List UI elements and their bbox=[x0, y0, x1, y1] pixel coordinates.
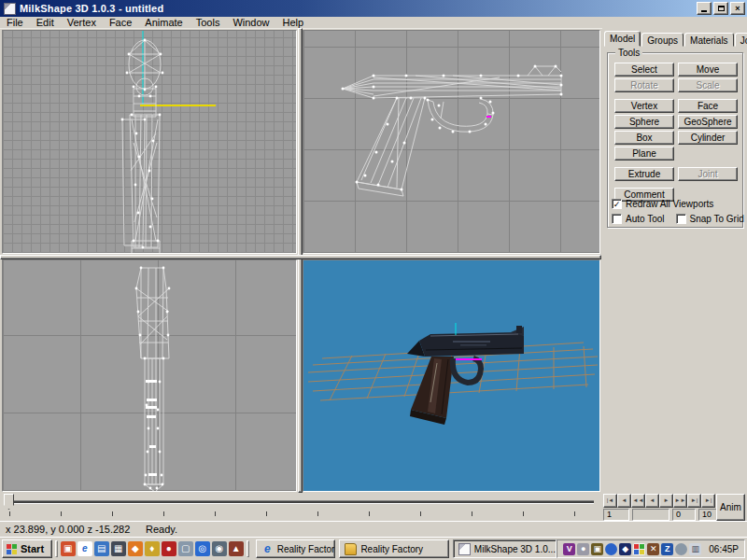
rewind-button[interactable]: ◄◄ bbox=[631, 494, 645, 508]
viewport-top[interactable] bbox=[2, 259, 297, 492]
top-view-wireframe bbox=[3, 260, 297, 492]
tray-icon-2[interactable]: ● bbox=[577, 543, 589, 555]
tray-icon-5[interactable]: ◆ bbox=[619, 543, 631, 555]
scale-button[interactable]: Scale bbox=[678, 78, 738, 92]
tray-icon-4[interactable] bbox=[605, 543, 617, 555]
selected-vertex-marker bbox=[486, 116, 491, 118]
realplayer-icon[interactable]: ● bbox=[162, 541, 176, 556]
horizontal-splitter[interactable] bbox=[0, 255, 601, 259]
viewport-front[interactable] bbox=[2, 30, 297, 254]
next-keyframe-button[interactable]: ►| bbox=[687, 494, 701, 508]
extrude-button[interactable]: Extrude bbox=[614, 167, 674, 181]
outlook-express-icon[interactable]: ▣ bbox=[61, 541, 76, 556]
tab-groups[interactable]: Groups bbox=[641, 33, 684, 47]
quicktime-icon[interactable]: ▲ bbox=[229, 541, 244, 556]
start-button[interactable]: Start bbox=[2, 539, 52, 558]
sphere-button[interactable]: Sphere bbox=[614, 115, 674, 129]
frame-field-2[interactable] bbox=[632, 509, 669, 521]
anim-button[interactable]: Anim bbox=[716, 494, 745, 521]
menu-animate[interactable]: Animate bbox=[138, 17, 189, 29]
restore-icon[interactable] bbox=[713, 2, 728, 15]
show-desktop-icon[interactable]: ▤ bbox=[94, 541, 109, 556]
search-icon[interactable]: ◎ bbox=[195, 541, 210, 556]
close-icon[interactable]: × bbox=[730, 2, 745, 15]
move-button[interactable]: Move bbox=[678, 63, 738, 77]
tray-icon-7[interactable]: ✕ bbox=[647, 543, 659, 555]
menu-window[interactable]: Window bbox=[226, 17, 275, 29]
step-forward-button[interactable]: ► bbox=[659, 494, 673, 508]
rotate-button[interactable]: Rotate bbox=[614, 78, 674, 92]
animation-controls: |◄ ◄ ◄◄ ◄ ► ►► ►| ►| 1 0 10 Anim bbox=[603, 494, 745, 522]
explorer-window-icon[interactable]: ▢ bbox=[178, 541, 193, 556]
panel-tabs: Model Groups Materials Joints bbox=[604, 31, 747, 47]
prev-keyframe-button[interactable]: ◄ bbox=[617, 494, 631, 508]
task-button-reality-factory-folder[interactable]: Reality Factory bbox=[339, 539, 448, 558]
webcam-icon[interactable]: ◉ bbox=[212, 541, 227, 556]
webcam-tray-icon[interactable] bbox=[675, 543, 687, 555]
menu-edit[interactable]: Edit bbox=[30, 17, 61, 29]
pistol-model bbox=[407, 323, 524, 425]
tab-joints[interactable]: Joints bbox=[735, 33, 747, 47]
start-label: Start bbox=[21, 543, 44, 554]
window-title: MilkShape 3D 1.0.3 - untitled bbox=[20, 3, 163, 14]
select-button[interactable]: Select bbox=[614, 63, 674, 77]
task-label: Reality Factory bbox=[360, 544, 423, 554]
vertex-button[interactable]: Vertex bbox=[614, 99, 674, 113]
viewport-3d[interactable] bbox=[303, 259, 600, 492]
task-button-reality-factory-ie[interactable]: e Reality Factory - In ... bbox=[256, 539, 336, 558]
keyframe-slider-track[interactable] bbox=[11, 500, 594, 504]
status-message: Ready. bbox=[142, 524, 598, 536]
redraw-all-viewports-checkbox[interactable]: ✓ bbox=[612, 199, 622, 209]
windows-update-icon[interactable] bbox=[633, 543, 645, 555]
geosphere-button[interactable]: GeoSphere bbox=[678, 115, 738, 129]
start-frame-field[interactable]: 0 bbox=[672, 509, 696, 521]
internet-explorer-icon: e bbox=[261, 543, 274, 555]
tray-icon-1[interactable]: V bbox=[563, 543, 575, 555]
milkshape-app-icon bbox=[458, 543, 471, 555]
tab-model[interactable]: Model bbox=[604, 31, 641, 47]
vertical-splitter[interactable] bbox=[298, 28, 303, 493]
media-player-icon[interactable]: ◆ bbox=[128, 541, 143, 556]
keyframe-slider-handle[interactable] bbox=[4, 494, 14, 510]
tools-group-label: Tools bbox=[615, 48, 642, 58]
plane-button[interactable]: Plane bbox=[614, 147, 674, 161]
viewport-side[interactable] bbox=[303, 30, 600, 254]
internet-explorer-icon[interactable]: e bbox=[78, 541, 92, 556]
tray-icon-3[interactable]: ▣ bbox=[591, 543, 603, 555]
milkshape-app-icon bbox=[4, 3, 16, 15]
status-bar: x 23.899, y 0.000 z -15.282 Ready. bbox=[0, 521, 747, 537]
box-button[interactable]: Box bbox=[614, 131, 674, 145]
snap-to-grid-checkbox[interactable] bbox=[676, 214, 686, 224]
keyframe-slider bbox=[2, 494, 599, 518]
task-button-milkshape[interactable]: MilkShape 3D 1.0... bbox=[453, 539, 557, 558]
display-settings-icon[interactable]: ▥ bbox=[689, 543, 701, 555]
menu-help[interactable]: Help bbox=[276, 17, 311, 29]
taskbar-grip[interactable] bbox=[247, 540, 249, 557]
auto-tool-label: Auto Tool bbox=[626, 214, 665, 224]
face-button[interactable]: Face bbox=[678, 99, 738, 113]
3d-view-render bbox=[303, 260, 600, 492]
z-utility-icon[interactable]: Z bbox=[661, 543, 673, 555]
step-back-button[interactable]: ◄ bbox=[645, 494, 659, 508]
front-view-wireframe bbox=[3, 31, 297, 254]
quicklaunch-grip[interactable] bbox=[55, 540, 58, 557]
current-frame-field[interactable]: 1 bbox=[603, 509, 629, 521]
key-tool-icon[interactable]: ♦ bbox=[145, 541, 160, 556]
menu-face[interactable]: Face bbox=[103, 17, 138, 29]
auto-tool-checkbox[interactable] bbox=[612, 214, 622, 224]
minimize-icon[interactable] bbox=[697, 2, 712, 15]
title-bar[interactable]: MilkShape 3D 1.0.3 - untitled × bbox=[0, 0, 747, 17]
open-folder-icon bbox=[345, 543, 357, 555]
quick-launch-bar: ▣ e ▤ ▦ ◆ ♦ ● ▢ ◎ ◉ ▲ bbox=[61, 541, 244, 556]
menu-vertex[interactable]: Vertex bbox=[61, 17, 103, 29]
first-frame-button[interactable]: |◄ bbox=[603, 494, 617, 508]
menu-file[interactable]: File bbox=[0, 17, 30, 29]
fast-forward-button[interactable]: ►► bbox=[673, 494, 687, 508]
last-frame-button[interactable]: ►| bbox=[701, 494, 715, 508]
cylinder-button[interactable]: Cylinder bbox=[678, 131, 738, 145]
side-panel: Model Groups Materials Joints Tools Sele… bbox=[602, 28, 747, 521]
tab-materials[interactable]: Materials bbox=[684, 33, 734, 47]
msdos-prompt-icon[interactable]: ▦ bbox=[111, 541, 126, 556]
menu-tools[interactable]: Tools bbox=[190, 17, 227, 29]
joint-button[interactable]: Joint bbox=[678, 167, 738, 181]
